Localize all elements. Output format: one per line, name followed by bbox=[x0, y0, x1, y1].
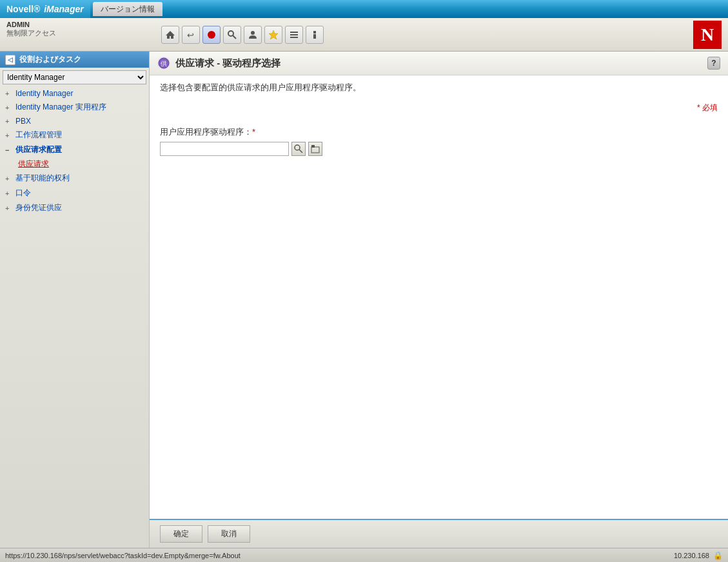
admin-bar: ADMIN 無制限アクセス ↩ N bbox=[0, 18, 728, 52]
expand-icon: + bbox=[5, 204, 13, 212]
sidebar-item-supply-config[interactable]: − 供应请求配置 bbox=[0, 142, 149, 157]
home-button[interactable] bbox=[161, 26, 179, 44]
svg-rect-16 bbox=[311, 147, 319, 153]
content-title-area: 供 供应请求 - 驱动程序选择 bbox=[157, 57, 280, 70]
sidebar-item-pbx[interactable]: + PBX bbox=[0, 115, 149, 128]
admin-label: ADMIN bbox=[6, 21, 56, 28]
expand-icon: + bbox=[5, 175, 13, 182]
svg-line-15 bbox=[299, 150, 302, 153]
content-description: 选择包含要配置的供应请求的用户应用程序驱动程序。 bbox=[150, 75, 728, 100]
active-button[interactable] bbox=[202, 26, 221, 44]
expand-icon: + bbox=[5, 90, 13, 97]
sidebar-header-label: 役割およびタスク bbox=[19, 54, 81, 65]
sidebar-item-role-rights[interactable]: + 基于职能的权利 bbox=[0, 171, 149, 186]
info-button[interactable] bbox=[306, 26, 324, 44]
expand-icon: + bbox=[5, 189, 13, 197]
svg-point-2 bbox=[208, 31, 215, 39]
sidebar-item-label[interactable]: 口令 bbox=[15, 188, 31, 199]
toolbar: ↩ bbox=[161, 26, 324, 44]
svg-text:↩: ↩ bbox=[187, 30, 194, 40]
sidebar-subitem-label[interactable]: 供应请求 bbox=[18, 159, 49, 168]
svg-point-3 bbox=[228, 31, 233, 36]
field-label: 用户应用程序驱动程序：* bbox=[160, 126, 718, 138]
svg-marker-6 bbox=[269, 30, 278, 39]
content-icon: 供 bbox=[157, 57, 170, 70]
ok-button[interactable]: 确定 bbox=[160, 525, 202, 543]
logo-novell: Novell® bbox=[6, 4, 40, 14]
search-toolbar-button[interactable] bbox=[223, 26, 241, 44]
sidebar-header: ◁ 役割およびタスク bbox=[0, 52, 149, 68]
admin-sublabel: 無制限アクセス bbox=[6, 28, 56, 38]
back-button[interactable]: ↩ bbox=[182, 26, 200, 44]
sidebar-subitem-supply-request[interactable]: 供应请求 bbox=[0, 157, 149, 171]
version-tab[interactable]: バージョン情報 bbox=[93, 2, 162, 16]
field-row bbox=[160, 142, 718, 156]
svg-rect-11 bbox=[313, 34, 316, 39]
sidebar-item-label[interactable]: 供应请求配置 bbox=[15, 144, 62, 155]
help-button[interactable]: ? bbox=[707, 57, 720, 70]
sidebar-item-label[interactable]: Identity Manager 実用程序 bbox=[15, 102, 106, 113]
list-button[interactable] bbox=[285, 26, 303, 44]
expand-icon: + bbox=[5, 104, 13, 111]
svg-rect-8 bbox=[290, 34, 298, 35]
cancel-button[interactable]: 取消 bbox=[208, 525, 250, 543]
admin-info: ADMIN 無制限アクセス bbox=[6, 21, 56, 38]
sidebar-item-identity-manager[interactable]: + Identity Manager bbox=[0, 87, 149, 100]
svg-line-4 bbox=[233, 35, 236, 39]
sidebar-item-label[interactable]: 工作流程管理 bbox=[15, 130, 62, 140]
status-bar: https://10.230.168/nps/servlet/webacc?ta… bbox=[0, 548, 728, 562]
svg-rect-7 bbox=[290, 32, 298, 33]
sidebar-collapse-icon[interactable]: ◁ bbox=[5, 55, 15, 65]
status-url: https://10.230.168/nps/servlet/webacc?ta… bbox=[5, 552, 241, 559]
svg-text:供: 供 bbox=[161, 60, 167, 67]
sidebar: ◁ 役割およびタスク Identity Manager + Identity M… bbox=[0, 52, 150, 548]
expand-icon: + bbox=[5, 131, 13, 139]
driver-input[interactable] bbox=[160, 142, 289, 156]
content-body: 用户应用程序驱动程序：* bbox=[150, 116, 728, 328]
sidebar-item-identity-cert[interactable]: + 身份凭证供应 bbox=[0, 200, 149, 215]
action-bar: 确定 取消 bbox=[150, 519, 728, 548]
logo-imanager: iManager bbox=[44, 4, 83, 14]
required-note: * 必填 bbox=[150, 100, 728, 116]
sidebar-item-label[interactable]: Identity Manager bbox=[15, 89, 73, 98]
page-title: 供应请求 - 驱动程序选择 bbox=[175, 57, 280, 70]
content-header: 供 供应请求 - 驱动程序选择 ? bbox=[150, 52, 728, 75]
sidebar-item-command[interactable]: + 口令 bbox=[0, 186, 149, 200]
logo-area: Novell® iManager bbox=[0, 0, 90, 18]
status-ip: 10.230.168 bbox=[674, 552, 709, 559]
header-bar: Novell® iManager バージョン情報 bbox=[0, 0, 728, 18]
svg-point-14 bbox=[295, 145, 300, 150]
sidebar-item-label[interactable]: 身份凭证供应 bbox=[15, 202, 62, 213]
sidebar-item-label[interactable]: 基于职能的权利 bbox=[15, 173, 70, 184]
sidebar-item-workflow[interactable]: + 工作流程管理 bbox=[0, 128, 149, 142]
svg-rect-10 bbox=[313, 31, 316, 34]
category-select[interactable]: Identity Manager bbox=[3, 70, 146, 84]
content-area: 供 供应请求 - 驱动程序选择 ? 选择包含要配置的供应请求的用户应用程序驱动程… bbox=[150, 52, 728, 548]
svg-rect-17 bbox=[311, 145, 315, 148]
main-layout: ◁ 役割およびタスク Identity Manager + Identity M… bbox=[0, 52, 728, 548]
search-field-button[interactable] bbox=[291, 142, 306, 156]
lock-icon: 🔒 bbox=[713, 551, 723, 560]
sidebar-item-identity-manager-jitsuyo[interactable]: + Identity Manager 実用程序 bbox=[0, 100, 149, 115]
sidebar-item-label[interactable]: PBX bbox=[15, 117, 31, 126]
svg-rect-9 bbox=[290, 37, 298, 38]
browse-field-button[interactable] bbox=[308, 142, 322, 156]
svg-point-5 bbox=[251, 31, 255, 35]
category-dropdown-container: Identity Manager bbox=[0, 68, 149, 87]
logo-text: Novell® iManager bbox=[6, 4, 84, 14]
user-button[interactable] bbox=[244, 26, 262, 44]
expand-icon: − bbox=[5, 146, 13, 154]
required-star: * bbox=[252, 127, 255, 137]
novell-logo-n: N bbox=[693, 21, 722, 49]
expand-icon: + bbox=[5, 117, 13, 125]
svg-marker-0 bbox=[166, 31, 175, 39]
status-right: 10.230.168 🔒 bbox=[674, 551, 723, 560]
favorites-button[interactable] bbox=[264, 26, 282, 44]
